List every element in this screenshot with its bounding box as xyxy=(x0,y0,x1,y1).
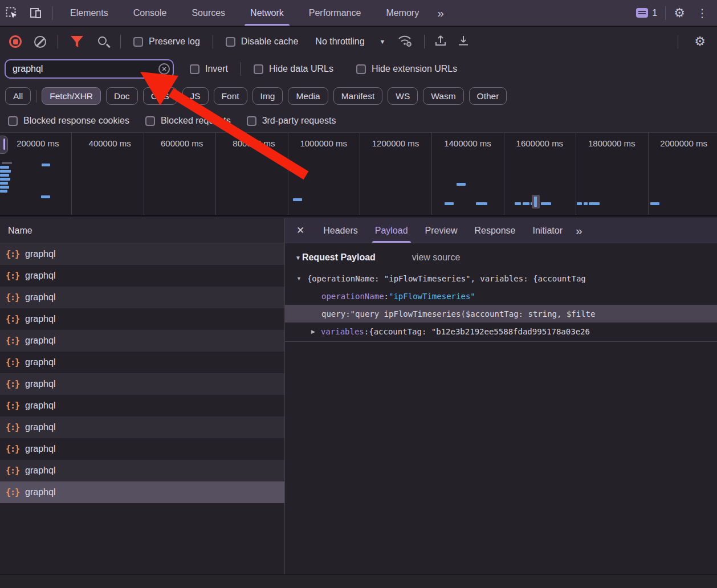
disable-cache-label: Disable cache xyxy=(241,36,299,47)
clear-filter-icon[interactable]: ✕ xyxy=(158,63,170,75)
request-row[interactable]: {:}graphql xyxy=(0,265,284,287)
hide-extension-urls-label: Hide extension URLs xyxy=(372,64,457,74)
tab-elements[interactable]: Elements xyxy=(58,0,121,26)
issues-count[interactable]: 1 xyxy=(652,8,657,18)
network-overview-timeline[interactable]: 200000 ms400000 ms600000 ms800000 ms1000… xyxy=(0,132,717,217)
request-timing-bar xyxy=(2,162,12,164)
tab-console[interactable]: Console xyxy=(121,0,180,26)
request-payload-header[interactable]: ▼ Request Payload view source xyxy=(285,252,717,263)
expand-triangle-icon[interactable]: ▼ xyxy=(296,276,302,281)
hide-data-urls-checkbox-group[interactable]: Hide data URLs xyxy=(254,64,333,74)
close-icon[interactable]: ✕ xyxy=(285,224,315,236)
issues-icon[interactable] xyxy=(636,8,648,18)
request-name: graphql xyxy=(25,336,55,346)
preserve-log-checkbox[interactable] xyxy=(133,37,143,47)
device-toolbar-icon[interactable] xyxy=(28,6,43,21)
view-source-link[interactable]: view source xyxy=(412,252,460,263)
more-details-tabs-icon[interactable]: » xyxy=(571,224,586,238)
export-har-icon[interactable] xyxy=(457,34,470,50)
chip-other[interactable]: Other xyxy=(469,87,507,105)
blocked-response-cookies-checkbox-group[interactable]: Blocked response cookies xyxy=(8,116,129,126)
filter-input[interactable] xyxy=(5,59,174,79)
chip-doc[interactable]: Doc xyxy=(106,87,138,105)
request-row[interactable]: {:}graphql xyxy=(0,416,284,438)
chip-img[interactable]: Img xyxy=(252,87,283,105)
throttling-dropdown[interactable]: No throttling ▼ xyxy=(315,36,385,47)
search-icon[interactable] xyxy=(98,36,107,45)
disable-cache-checkbox[interactable] xyxy=(226,37,235,47)
payload-property-row[interactable]: ▶variables: {accountTag: "b12e3b2192ee55… xyxy=(285,322,717,340)
blocked-requests-checkbox-group[interactable]: Blocked requests xyxy=(145,116,231,126)
network-conditions-icon[interactable] xyxy=(397,34,414,50)
network-toolbar: Preserve log Disable cache No throttling… xyxy=(0,28,717,55)
name-column-header[interactable]: Name xyxy=(0,218,284,243)
hide-extension-urls-checkbox[interactable] xyxy=(356,64,366,74)
invert-checkbox[interactable] xyxy=(190,64,199,74)
chip-all[interactable]: All xyxy=(5,87,31,105)
invert-checkbox-group[interactable]: Invert xyxy=(190,64,228,74)
request-row[interactable]: {:}graphql xyxy=(0,438,284,460)
tab-network[interactable]: Network xyxy=(238,0,296,26)
chip-wasm[interactable]: Wasm xyxy=(423,87,463,105)
request-row[interactable]: {:}graphql xyxy=(0,373,284,395)
import-har-icon[interactable] xyxy=(434,34,447,50)
chip-font[interactable]: Font xyxy=(214,87,247,105)
hide-data-urls-label: Hide data URLs xyxy=(269,64,333,74)
inspect-element-icon[interactable] xyxy=(5,6,19,21)
request-row[interactable]: {:}graphql xyxy=(0,287,284,308)
property-value: {accountTag: "b12e3b2192ee5588fdad995178… xyxy=(369,327,590,336)
chevron-down-icon: ▼ xyxy=(380,38,386,45)
request-timing-bar xyxy=(577,202,582,205)
network-settings-gear-icon[interactable]: ⚙ xyxy=(694,35,706,48)
request-row[interactable]: {:}graphql xyxy=(0,243,284,265)
chip-ws[interactable]: WS xyxy=(388,87,418,105)
details-tab-payload[interactable]: Payload xyxy=(366,218,417,243)
chip-fetch-xhr[interactable]: Fetch/XHR xyxy=(42,87,101,105)
checkbox[interactable] xyxy=(8,116,18,126)
tab-sources[interactable]: Sources xyxy=(179,0,238,26)
kebab-menu-icon[interactable]: ⋮ xyxy=(693,6,711,20)
colon: : xyxy=(345,309,350,318)
request-row[interactable]: {:}graphql xyxy=(0,330,284,352)
checkbox[interactable] xyxy=(247,116,256,126)
disable-cache-checkbox-group[interactable]: Disable cache xyxy=(226,36,299,47)
3rd-party-requests-checkbox-group[interactable]: 3rd-party requests xyxy=(247,116,336,126)
hide-extension-urls-checkbox-group[interactable]: Hide extension URLs xyxy=(356,64,457,74)
filter-icon[interactable] xyxy=(71,36,83,47)
hide-data-urls-checkbox[interactable] xyxy=(254,64,263,74)
colon: : xyxy=(364,327,369,336)
payload-property-row[interactable]: query: "query ipFlowTimeseries($accountT… xyxy=(285,305,717,322)
payload-preview-line[interactable]: ▼ {operationName: "ipFlowTimeseries", va… xyxy=(285,270,717,287)
details-tab-headers[interactable]: Headers xyxy=(315,218,366,243)
fetch-braces-icon: {:} xyxy=(6,357,19,368)
record-network-log-button[interactable] xyxy=(9,35,22,48)
divider xyxy=(424,35,425,48)
divider xyxy=(241,62,241,76)
tab-performance[interactable]: Performance xyxy=(296,0,374,26)
collapse-triangle-icon[interactable]: ▼ xyxy=(295,255,301,261)
expand-triangle-icon[interactable]: ▶ xyxy=(311,329,315,334)
timeline-scroll-handle[interactable] xyxy=(0,136,8,154)
chip-css[interactable]: CSS xyxy=(143,87,177,105)
preserve-log-checkbox-group[interactable]: Preserve log xyxy=(133,36,200,47)
details-tab-preview[interactable]: Preview xyxy=(417,218,466,243)
chip-js[interactable]: JS xyxy=(182,87,209,105)
request-row[interactable]: {:}graphql xyxy=(0,352,284,373)
checkbox-label: 3rd-party requests xyxy=(262,116,336,126)
request-name: graphql xyxy=(25,271,55,281)
tab-memory[interactable]: Memory xyxy=(373,0,431,26)
request-row[interactable]: {:}graphql xyxy=(0,460,284,481)
details-tab-response[interactable]: Response xyxy=(466,218,524,243)
chip-manifest[interactable]: Manifest xyxy=(333,87,383,105)
request-row[interactable]: {:}graphql xyxy=(0,395,284,416)
payload-property-row[interactable]: operationName: "ipFlowTimeseries" xyxy=(285,287,717,305)
settings-gear-icon[interactable]: ⚙ xyxy=(674,7,685,19)
chip-media[interactable]: Media xyxy=(288,87,328,105)
checkbox[interactable] xyxy=(145,116,155,126)
request-row[interactable]: {:}graphql xyxy=(0,308,284,330)
timeline-tick-label: 200000 ms xyxy=(0,133,72,215)
details-tab-initiator[interactable]: Initiator xyxy=(524,218,571,243)
clear-network-log-icon[interactable] xyxy=(34,36,46,48)
more-tabs-icon[interactable]: » xyxy=(431,6,449,20)
request-row[interactable]: {:}graphql xyxy=(0,481,284,503)
